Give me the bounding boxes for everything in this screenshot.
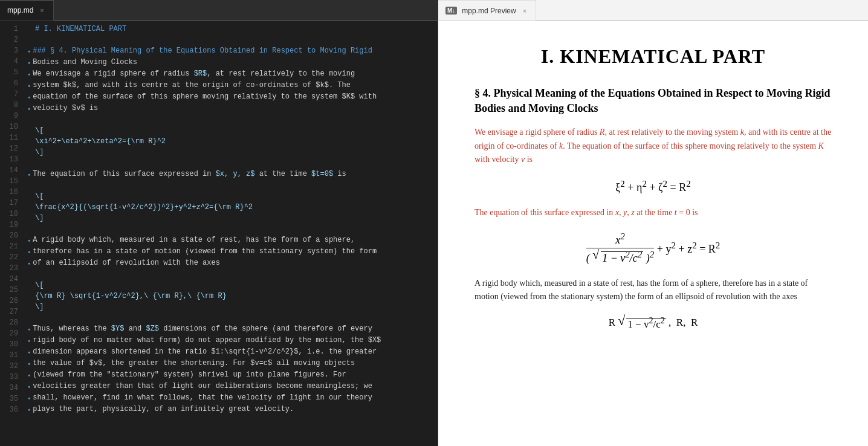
math-k2: k xyxy=(559,141,563,150)
line-number-10: 10 xyxy=(0,121,18,132)
line-number-6: 6 xyxy=(0,78,18,89)
editor-line: \xi^2+\eta^2+\zeta^2={\rm R}^2 xyxy=(28,136,438,147)
line-number-16: 16 xyxy=(0,187,18,198)
line-number-35: 35 xyxy=(0,393,18,404)
line-number-5: 5 xyxy=(0,67,18,78)
line-number-28: 28 xyxy=(0,317,18,328)
editor-line: \] xyxy=(28,147,438,158)
math-k1: k xyxy=(740,128,744,137)
math-z: z xyxy=(631,208,634,217)
editor-line: ●of an ellipsoid of revolution with the … xyxy=(28,257,438,269)
line-number-12: 12 xyxy=(0,143,18,154)
editor-line xyxy=(28,114,438,125)
editor-line: \] xyxy=(28,302,438,312)
line-number-8: 8 xyxy=(0,100,18,111)
preview-para3: A rigid body which, measured in a state … xyxy=(474,277,832,304)
line-number-30: 30 xyxy=(0,339,18,350)
editor-pane: 1234567891011121314151617181920212223242… xyxy=(0,21,438,446)
editor-tab[interactable]: mpp.md × xyxy=(0,0,54,21)
sqrt-content: 1 − v2/c2 xyxy=(601,251,643,264)
frac-x2: x2 ( √ 1 − v2/c2 )2 xyxy=(586,231,655,265)
math-K: K xyxy=(818,141,824,150)
editor-line: {\rm R} \sqrt{1-v^2/c^2},\ {\rm R},\ {\r… xyxy=(28,291,438,302)
line-number-20: 20 xyxy=(0,230,18,241)
preview-section-title: § 4. Physical Meaning of the Equations O… xyxy=(474,86,832,116)
eq2-rest: + y2 + z2 = R2 xyxy=(657,243,720,255)
math-x: x xyxy=(615,208,619,217)
editor-line xyxy=(28,415,438,426)
line-number-36: 36 xyxy=(0,404,18,415)
line-number-2: 2 xyxy=(0,34,18,45)
editor-tab-close[interactable]: × xyxy=(38,6,45,15)
line-number-25: 25 xyxy=(0,285,18,296)
line-number-9: 9 xyxy=(0,111,18,121)
editor-line: ●rigid body of no matter what form) do n… xyxy=(28,335,438,346)
editor-line: ●therefore has in a state of motion (vie… xyxy=(28,246,438,257)
line-number-4: 4 xyxy=(0,56,18,67)
editor-line: ●velocity $v$ is xyxy=(28,103,438,114)
math-R: R xyxy=(600,128,605,137)
line-number-22: 22 xyxy=(0,252,18,263)
editor-line: ●We envisage a rigid sphere of radius $R… xyxy=(28,68,438,80)
editor-line xyxy=(28,180,438,191)
line-number-34: 34 xyxy=(0,383,18,393)
editor-line: ●system $k$, and with its centre at the … xyxy=(28,80,438,91)
preview-tab-label: mpp.md Preview xyxy=(462,7,516,15)
equation-1: ξ2 + η2 + ζ2 = R2 xyxy=(474,179,832,194)
preview-title: I. KINEMATICAL PART xyxy=(474,45,832,68)
editor-line: ●dimension appears shortened in the rati… xyxy=(28,346,438,358)
line-number-7: 7 xyxy=(0,89,18,100)
frac-numerator: x2 xyxy=(586,231,655,248)
line-number-23: 23 xyxy=(0,263,18,274)
editor-line: ●The equation of this surface expressed … xyxy=(28,169,438,180)
math-v: v xyxy=(521,155,525,164)
editor-line: \] xyxy=(28,213,438,224)
editor-line xyxy=(28,34,438,45)
line-number-18: 18 xyxy=(0,208,18,219)
preview-para1: We envisage a rigid sphere of radius R, … xyxy=(474,126,832,166)
line-number-33: 33 xyxy=(0,372,18,383)
math-t: t xyxy=(675,208,677,217)
preview-tab-spacer xyxy=(536,0,868,21)
editor-line xyxy=(28,269,438,280)
editor-line: ●plays the part, physically, of an infin… xyxy=(28,404,438,415)
eq1-xi: ξ2 + η2 + ζ2 = R2 xyxy=(615,181,690,193)
editor-line: \[ xyxy=(28,191,438,202)
editor-line: \[ xyxy=(28,125,438,136)
editor-line: ●Thus, whereas the $Y$ and $Z$ dimension… xyxy=(28,323,438,335)
line-number-32: 32 xyxy=(0,361,18,372)
line-number-1: 1 xyxy=(0,24,18,34)
equation-3: R √ 1 − v2/c2 , R, R xyxy=(474,316,832,331)
editor-line xyxy=(28,224,438,234)
editor-line: ●shall, however, find in what follows, t… xyxy=(28,392,438,404)
editor-tab-label: mpp.md xyxy=(7,6,33,15)
editor-line: ●### § 4. Physical Meaning of the Equati… xyxy=(28,45,438,57)
editor-line: \frac{x^2}{(\sqrt{1-v^2/c^2})^2}+y^2+z^2… xyxy=(28,202,438,213)
editor-line: ●equation of the surface of this sphere … xyxy=(28,91,438,103)
line-number-26: 26 xyxy=(0,296,18,306)
eq3-sqrt: √ 1 − v2/c2 xyxy=(618,316,666,331)
main-content: 1234567891011121314151617181920212223242… xyxy=(0,21,868,446)
line-number-13: 13 xyxy=(0,154,18,165)
line-number-21: 21 xyxy=(0,241,18,252)
editor-line: ●A rigid body which, measured in a state… xyxy=(28,234,438,246)
editor-content[interactable]: # I. KINEMATICAL PART●### § 4. Physical … xyxy=(23,21,438,446)
sqrt-symbol: √ xyxy=(592,248,599,260)
line-number-27: 27 xyxy=(0,306,18,317)
line-number-14: 14 xyxy=(0,165,18,176)
line-number-11: 11 xyxy=(0,132,18,143)
preview-tab-close[interactable]: × xyxy=(521,7,528,15)
preview-pane[interactable]: I. KINEMATICAL PART § 4. Physical Meanin… xyxy=(438,21,868,446)
equation-2: x2 ( √ 1 − v2/c2 )2 + y2 + z2 = R2 xyxy=(474,231,832,265)
line-number-19: 19 xyxy=(0,219,18,230)
line-number-15: 15 xyxy=(0,176,18,187)
editor-tab-spacer xyxy=(54,0,438,21)
eq3-sqrt-content: 1 − v2/c2 xyxy=(626,318,666,330)
sqrt-expr: √ 1 − v2/c2 xyxy=(592,250,643,265)
preview-tab[interactable]: M↓ mpp.md Preview × xyxy=(438,0,536,21)
preview-para2: The equation of this surface expressed i… xyxy=(474,206,832,219)
editor-line: ●the value of $v$, the greater the short… xyxy=(28,358,438,369)
line-numbers: 1234567891011121314151617181920212223242… xyxy=(0,21,23,446)
line-number-3: 3 xyxy=(0,45,18,56)
line-number-31: 31 xyxy=(0,350,18,361)
